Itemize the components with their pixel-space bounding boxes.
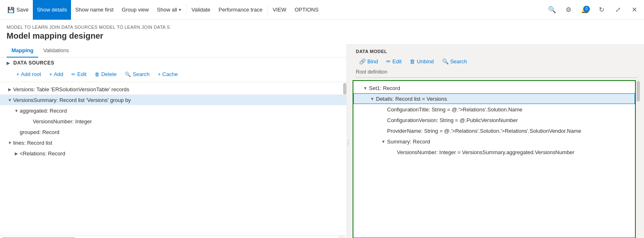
- cache-button[interactable]: + Cache: [155, 70, 181, 79]
- tree-item[interactable]: ▼ aggregated: Record: [0, 105, 346, 116]
- tree-item[interactable]: ▶ <Relations: Record: [0, 148, 346, 159]
- data-model-header: DATA MODEL: [353, 47, 641, 55]
- right-panel: DATA MODEL 🔗 Bind ✏ Edit 🗑 Unbind 🔍 Sear…: [349, 44, 644, 238]
- separator2: [267, 4, 268, 16]
- delete-button[interactable]: 🗑 Delete: [92, 70, 120, 79]
- notifications-button[interactable]: 🔔 0: [578, 3, 591, 16]
- validate-button[interactable]: Validate: [187, 0, 214, 20]
- dm-edit-button[interactable]: ✏ Edit: [383, 57, 405, 66]
- scroll-indicator-area: [343, 82, 346, 235]
- edit-icon: ✏: [386, 58, 391, 65]
- tree-item[interactable]: grouped: Record: [0, 127, 346, 137]
- divider-dot: [348, 140, 349, 141]
- save-icon: 💾: [7, 7, 14, 13]
- view-button[interactable]: VIEW: [268, 0, 290, 20]
- show-details-button[interactable]: Show details: [33, 0, 71, 20]
- tree-item[interactable]: ▼ lines: Record list: [0, 137, 346, 148]
- chevron-down-icon: ▼: [7, 98, 13, 102]
- search-button[interactable]: 🔍 Search: [121, 70, 153, 79]
- dm-search-button[interactable]: 🔍 Search: [439, 57, 470, 66]
- plus-icon: +: [16, 72, 19, 77]
- root-definition: Root definition: [353, 67, 641, 77]
- data-model-actions: 🔗 Bind ✏ Edit 🗑 Unbind 🔍 Search: [353, 55, 641, 67]
- dm-tree-item[interactable]: ▼ Summary: Record: [353, 136, 635, 147]
- chevron-down-icon: ▼: [381, 139, 387, 144]
- toolbar-right: 🔍 ⚙ 🔔 0 ↻ ⤢ ✕: [545, 3, 641, 16]
- search-toolbar-button[interactable]: 🔍: [545, 3, 559, 16]
- data-sources-header[interactable]: ▶ DATA SOURCES: [0, 58, 346, 68]
- dm-tree-item[interactable]: ConfigurationTitle: String = @.'>Relatio…: [353, 104, 635, 115]
- options-button[interactable]: OPTIONS: [291, 0, 323, 20]
- bind-icon: 🔗: [359, 58, 366, 65]
- chevron-right-icon: ▶: [7, 87, 13, 92]
- group-view-button[interactable]: Group view: [118, 0, 153, 20]
- show-name-first-button[interactable]: Show name first: [71, 0, 117, 20]
- tab-validations[interactable]: Validations: [38, 44, 74, 58]
- data-sources-action-bar: + Add root + Add ✏ Edit 🗑 Delete 🔍 Searc…: [0, 68, 346, 82]
- page-title: Model mapping designer: [0, 30, 644, 44]
- chevron-down-icon: ▾: [179, 7, 181, 12]
- toolbar: 💾 Save Show details Show name first Grou…: [0, 0, 644, 20]
- add-root-button[interactable]: + Add root: [13, 70, 44, 79]
- show-all-button[interactable]: Show all ▾: [153, 0, 185, 20]
- main-layout: Mapping Validations ▶ DATA SOURCES + Add…: [0, 44, 644, 238]
- refresh-button[interactable]: ↻: [595, 3, 608, 16]
- delete-icon: 🗑: [95, 72, 100, 77]
- divider-dot: [348, 145, 349, 146]
- tabs-bar: Mapping Validations: [0, 44, 346, 58]
- save-button[interactable]: 💾 Save: [3, 0, 33, 20]
- chevron-right-icon: ▶: [7, 61, 10, 65]
- unbind-button[interactable]: 🗑 Unbind: [406, 57, 437, 66]
- notification-badge: 0: [583, 6, 590, 12]
- chevron-down-icon: ▼: [370, 97, 376, 101]
- search-icon: 🔍: [125, 72, 131, 77]
- tree-item[interactable]: ▼ VersionsSummary: Record list 'Versions…: [0, 95, 346, 105]
- edit-button[interactable]: ✏ Edit: [68, 70, 89, 79]
- left-panel: Mapping Validations ▶ DATA SOURCES + Add…: [0, 44, 347, 238]
- plus-icon2: +: [49, 72, 52, 77]
- breadcrumb: MODEL TO LEARN JOIN DATA SOURCES MODEL T…: [0, 21, 644, 30]
- dm-tree-item[interactable]: ProviderName: String = @.'>Relations'.So…: [353, 125, 635, 136]
- edit-icon: ✏: [71, 72, 76, 77]
- search-icon2: 🔍: [442, 58, 449, 65]
- performance-trace-button[interactable]: Performance trace: [214, 0, 266, 20]
- dm-tree[interactable]: ▼ Set1: Record ▼ Details: Record list = …: [353, 80, 636, 238]
- unbind-icon: 🗑: [410, 58, 415, 65]
- dm-tree-item[interactable]: ConfigurationVersion: String = @.PublicV…: [353, 115, 635, 125]
- settings-button[interactable]: ⚙: [562, 3, 575, 16]
- dm-tree-item-details[interactable]: ▼ Details: Record list = Versions: [353, 93, 635, 104]
- scrollbar-thumb: [343, 83, 346, 95]
- chevron-down-icon: ▼: [13, 109, 20, 113]
- tab-mapping[interactable]: Mapping: [7, 44, 38, 58]
- dm-tree-area: ▼ Set1: Record ▼ Details: Record list = …: [353, 80, 641, 238]
- bind-button[interactable]: 🔗 Bind: [356, 57, 381, 66]
- chevron-down-icon: ▼: [7, 141, 13, 145]
- restore-button[interactable]: ⤢: [611, 3, 624, 16]
- divider-dot: [348, 142, 349, 143]
- chevron-down-icon: ▼: [363, 86, 369, 90]
- cache-icon: +: [158, 72, 161, 77]
- chevron-right-icon: ▶: [13, 151, 20, 156]
- tree-item[interactable]: VersionsNumber: Integer: [0, 116, 346, 127]
- add-button[interactable]: + Add: [46, 70, 66, 79]
- scroll-corner: [338, 236, 345, 238]
- close-button[interactable]: ✕: [628, 3, 641, 16]
- dm-tree-item[interactable]: VersionsNumber: Integer = VersionsSummar…: [353, 147, 635, 157]
- dm-separator: [356, 77, 637, 78]
- right-scrollbar-thumb[interactable]: [637, 81, 640, 102]
- tree-item[interactable]: ▶ Versions: Table 'ERSolutionVersionTabl…: [0, 84, 346, 95]
- data-sources-tree[interactable]: ▶ Versions: Table 'ERSolutionVersionTabl…: [0, 82, 346, 235]
- dm-tree-item[interactable]: ▼ Set1: Record: [353, 83, 635, 93]
- right-scrollbar[interactable]: [636, 80, 641, 238]
- left-bottom-scroll: [0, 235, 346, 238]
- separator: [186, 4, 186, 16]
